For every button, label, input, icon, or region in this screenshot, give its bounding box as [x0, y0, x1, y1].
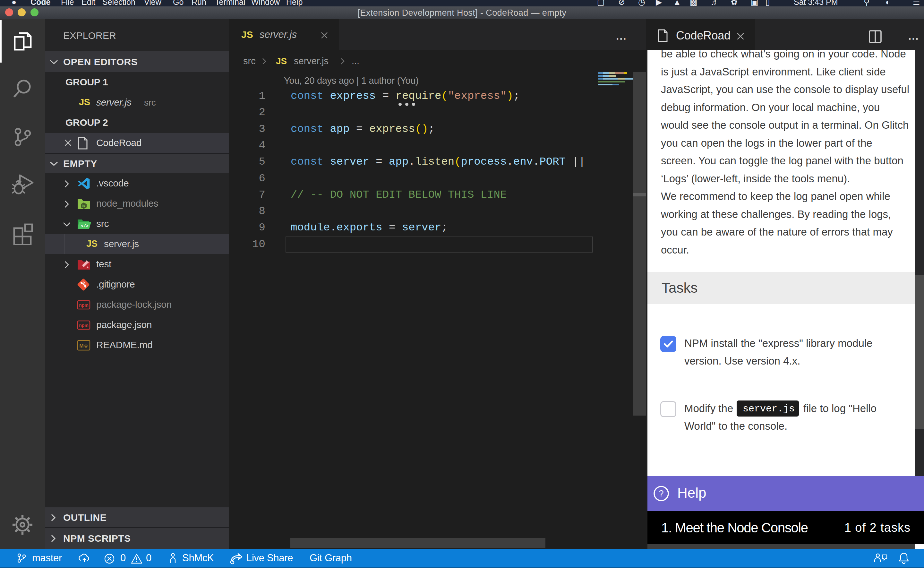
svg-text:?: ?	[659, 489, 663, 499]
svg-text:js: js	[82, 204, 85, 207]
svg-text:</>: </>	[81, 224, 89, 228]
svg-text:npm: npm	[79, 323, 89, 328]
svg-text:M: M	[79, 343, 83, 349]
svg-text:npm: npm	[79, 303, 89, 308]
